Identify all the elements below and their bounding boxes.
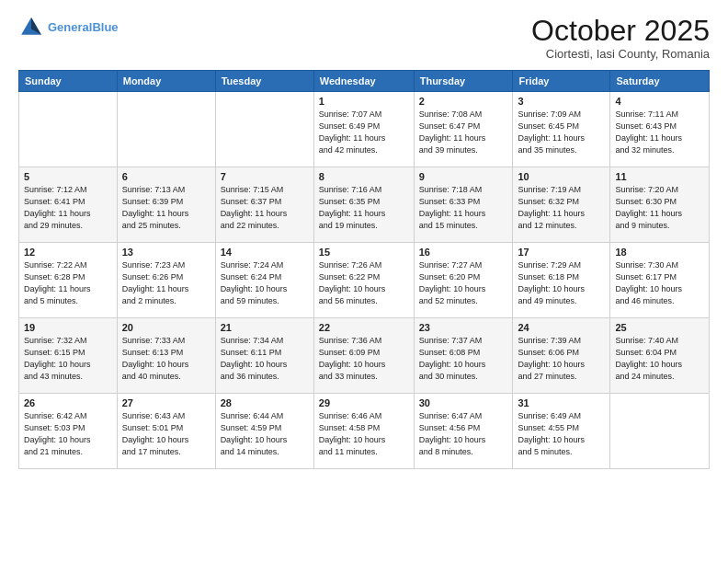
day-info: Sunrise: 7:07 AM Sunset: 6:49 PM Dayligh… [319, 109, 409, 156]
day-number: 26 [24, 397, 112, 408]
page: GeneralBlue October 2025 Ciortesti, Iasi… [0, 0, 728, 563]
col-wednesday: Wednesday [313, 71, 414, 92]
day-info: Sunrise: 6:42 AM Sunset: 5:03 PM Dayligh… [24, 410, 112, 458]
calendar-cell: 5Sunrise: 7:12 AM Sunset: 6:41 PM Daylig… [19, 167, 118, 243]
day-number: 19 [24, 322, 112, 333]
day-number: 20 [122, 322, 210, 333]
col-sunday: Sunday [19, 71, 118, 92]
calendar-cell: 19Sunrise: 7:32 AM Sunset: 6:15 PM Dayli… [19, 318, 118, 394]
day-number: 18 [615, 247, 704, 258]
day-info: Sunrise: 7:32 AM Sunset: 6:15 PM Dayligh… [24, 335, 112, 383]
calendar-cell: 29Sunrise: 6:46 AM Sunset: 4:58 PM Dayli… [313, 394, 414, 469]
day-info: Sunrise: 7:36 AM Sunset: 6:09 PM Dayligh… [319, 335, 409, 383]
calendar-cell [19, 92, 118, 167]
day-number: 6 [122, 171, 210, 182]
day-info: Sunrise: 7:15 AM Sunset: 6:37 PM Dayligh… [221, 184, 309, 232]
day-number: 21 [221, 322, 309, 333]
day-info: Sunrise: 7:26 AM Sunset: 6:22 PM Dayligh… [319, 259, 409, 307]
day-number: 5 [24, 171, 112, 182]
day-info: Sunrise: 7:37 AM Sunset: 6:08 PM Dayligh… [419, 335, 508, 383]
day-number: 17 [518, 247, 605, 258]
col-monday: Monday [117, 71, 215, 92]
calendar-week-row: 5Sunrise: 7:12 AM Sunset: 6:41 PM Daylig… [19, 167, 710, 243]
calendar-cell: 3Sunrise: 7:09 AM Sunset: 6:45 PM Daylig… [513, 92, 610, 167]
day-info: Sunrise: 6:47 AM Sunset: 4:56 PM Dayligh… [419, 410, 508, 458]
calendar-cell: 22Sunrise: 7:36 AM Sunset: 6:09 PM Dayli… [313, 318, 414, 394]
day-number: 1 [319, 96, 409, 107]
calendar-cell: 21Sunrise: 7:34 AM Sunset: 6:11 PM Dayli… [215, 318, 313, 394]
calendar-cell: 24Sunrise: 7:39 AM Sunset: 6:06 PM Dayli… [513, 318, 610, 394]
day-number: 4 [615, 96, 704, 107]
day-info: Sunrise: 7:24 AM Sunset: 6:24 PM Dayligh… [221, 259, 309, 307]
calendar-cell: 31Sunrise: 6:49 AM Sunset: 4:55 PM Dayli… [513, 394, 610, 469]
day-info: Sunrise: 7:08 AM Sunset: 6:47 PM Dayligh… [419, 109, 508, 156]
day-number: 10 [518, 171, 605, 182]
day-info: Sunrise: 7:09 AM Sunset: 6:45 PM Dayligh… [518, 109, 605, 156]
calendar-cell: 2Sunrise: 7:08 AM Sunset: 6:47 PM Daylig… [414, 92, 513, 167]
calendar-cell: 8Sunrise: 7:16 AM Sunset: 6:35 PM Daylig… [313, 167, 414, 243]
calendar-week-row: 26Sunrise: 6:42 AM Sunset: 5:03 PM Dayli… [19, 394, 710, 469]
day-info: Sunrise: 7:16 AM Sunset: 6:35 PM Dayligh… [319, 184, 409, 232]
day-number: 22 [319, 322, 409, 333]
day-number: 8 [319, 171, 409, 182]
col-tuesday: Tuesday [215, 71, 313, 92]
day-number: 25 [615, 322, 704, 333]
day-number: 14 [221, 247, 309, 258]
day-info: Sunrise: 7:11 AM Sunset: 6:43 PM Dayligh… [615, 109, 704, 156]
calendar-cell: 28Sunrise: 6:44 AM Sunset: 4:59 PM Dayli… [215, 394, 313, 469]
logo-blue: Blue [92, 20, 118, 34]
header: GeneralBlue October 2025 Ciortesti, Iasi… [18, 15, 710, 61]
day-info: Sunrise: 7:20 AM Sunset: 6:30 PM Dayligh… [615, 184, 704, 232]
day-number: 28 [221, 397, 309, 408]
calendar-cell: 1Sunrise: 7:07 AM Sunset: 6:49 PM Daylig… [313, 92, 414, 167]
day-number: 12 [24, 247, 112, 258]
day-info: Sunrise: 6:46 AM Sunset: 4:58 PM Dayligh… [319, 410, 409, 458]
day-number: 29 [319, 397, 409, 408]
logo-text: GeneralBlue [48, 20, 119, 35]
day-info: Sunrise: 7:30 AM Sunset: 6:17 PM Dayligh… [615, 259, 704, 307]
month-title: October 2025 [531, 15, 710, 47]
day-info: Sunrise: 7:27 AM Sunset: 6:20 PM Dayligh… [419, 259, 508, 307]
calendar-cell: 23Sunrise: 7:37 AM Sunset: 6:08 PM Dayli… [414, 318, 513, 394]
day-number: 13 [122, 247, 210, 258]
calendar-cell [610, 394, 710, 469]
day-number: 11 [615, 171, 704, 182]
day-info: Sunrise: 7:23 AM Sunset: 6:26 PM Dayligh… [122, 259, 210, 307]
calendar-table: Sunday Monday Tuesday Wednesday Thursday… [18, 70, 710, 469]
calendar-cell: 18Sunrise: 7:30 AM Sunset: 6:17 PM Dayli… [610, 243, 710, 318]
day-info: Sunrise: 7:13 AM Sunset: 6:39 PM Dayligh… [122, 184, 210, 232]
calendar-cell: 26Sunrise: 6:42 AM Sunset: 5:03 PM Dayli… [19, 394, 118, 469]
day-number: 16 [419, 247, 508, 258]
calendar-cell [117, 92, 215, 167]
day-info: Sunrise: 7:34 AM Sunset: 6:11 PM Dayligh… [221, 335, 309, 383]
col-friday: Friday [513, 71, 610, 92]
day-info: Sunrise: 7:39 AM Sunset: 6:06 PM Dayligh… [518, 335, 605, 383]
logo-line1: General [48, 20, 92, 34]
day-number: 30 [419, 397, 508, 408]
calendar-cell: 13Sunrise: 7:23 AM Sunset: 6:26 PM Dayli… [117, 243, 215, 318]
day-number: 27 [122, 397, 210, 408]
calendar-cell: 12Sunrise: 7:22 AM Sunset: 6:28 PM Dayli… [19, 243, 118, 318]
title-block: October 2025 Ciortesti, Iasi County, Rom… [531, 15, 710, 61]
calendar-cell [215, 92, 313, 167]
calendar-week-row: 12Sunrise: 7:22 AM Sunset: 6:28 PM Dayli… [19, 243, 710, 318]
day-info: Sunrise: 6:44 AM Sunset: 4:59 PM Dayligh… [221, 410, 309, 458]
calendar-cell: 25Sunrise: 7:40 AM Sunset: 6:04 PM Dayli… [610, 318, 710, 394]
calendar-week-row: 19Sunrise: 7:32 AM Sunset: 6:15 PM Dayli… [19, 318, 710, 394]
day-info: Sunrise: 7:40 AM Sunset: 6:04 PM Dayligh… [615, 335, 704, 383]
calendar-cell: 4Sunrise: 7:11 AM Sunset: 6:43 PM Daylig… [610, 92, 710, 167]
day-number: 31 [518, 397, 605, 408]
calendar-cell: 16Sunrise: 7:27 AM Sunset: 6:20 PM Dayli… [414, 243, 513, 318]
day-number: 15 [319, 247, 409, 258]
day-info: Sunrise: 7:29 AM Sunset: 6:18 PM Dayligh… [518, 259, 605, 307]
calendar-cell: 7Sunrise: 7:15 AM Sunset: 6:37 PM Daylig… [215, 167, 313, 243]
calendar-cell: 9Sunrise: 7:18 AM Sunset: 6:33 PM Daylig… [414, 167, 513, 243]
day-number: 9 [419, 171, 508, 182]
location-subtitle: Ciortesti, Iasi County, Romania [531, 47, 710, 61]
day-info: Sunrise: 6:49 AM Sunset: 4:55 PM Dayligh… [518, 410, 605, 458]
calendar-cell: 20Sunrise: 7:33 AM Sunset: 6:13 PM Dayli… [117, 318, 215, 394]
calendar-cell: 30Sunrise: 6:47 AM Sunset: 4:56 PM Dayli… [414, 394, 513, 469]
day-info: Sunrise: 7:19 AM Sunset: 6:32 PM Dayligh… [518, 184, 605, 232]
calendar-header-row: Sunday Monday Tuesday Wednesday Thursday… [19, 71, 710, 92]
calendar-cell: 10Sunrise: 7:19 AM Sunset: 6:32 PM Dayli… [513, 167, 610, 243]
